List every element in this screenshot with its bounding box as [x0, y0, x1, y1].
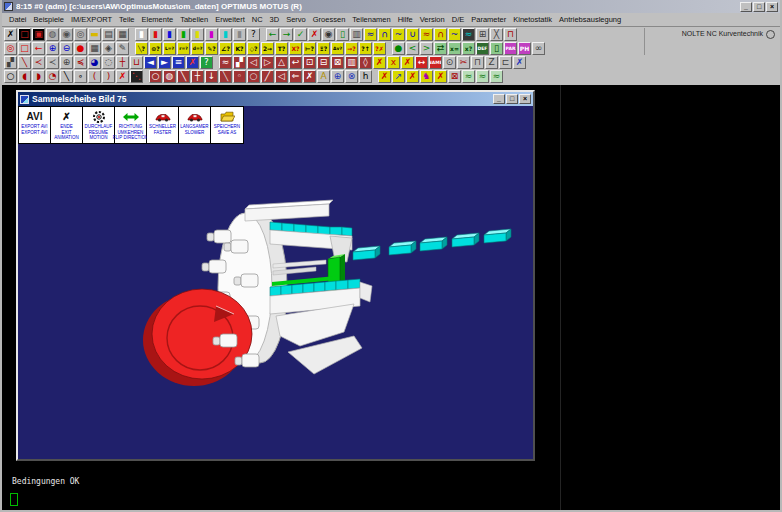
anim-xy-icon[interactable]: x= — [448, 42, 461, 55]
cam-cross-icon[interactable]: ╳ — [490, 28, 503, 41]
node-dot-icon[interactable]: ◕ — [88, 56, 101, 69]
pen-gray-icon[interactable]: ▮ — [233, 28, 246, 41]
query-arrow-icon[interactable]: →? — [345, 42, 358, 55]
rename-icon[interactable]: NAME — [429, 56, 442, 69]
app-titlebar[interactable]: 8:15 #0 (adm) [c:\users\AW\OptimusMotus\… — [2, 0, 780, 13]
mech-6-icon[interactable]: ↩ — [289, 56, 302, 69]
cam-solid-1-icon[interactable]: ◍ — [46, 28, 59, 41]
menu-servo[interactable]: Servo — [283, 15, 309, 24]
text-label-icon[interactable]: A — [317, 70, 330, 83]
zoom-window-icon[interactable]: □ — [18, 42, 31, 55]
nav-prev-icon[interactable]: ← — [266, 28, 279, 41]
pen-cyan-icon[interactable]: ▮ — [219, 28, 232, 41]
erase-icon[interactable]: ✗ — [116, 70, 129, 83]
menu-tabellen[interactable]: Tabellen — [177, 15, 211, 24]
node-bed-icon[interactable]: ⊔ — [130, 56, 143, 69]
cut-element-icon[interactable]: ✂ — [457, 56, 470, 69]
delete-cam-3-icon[interactable]: ✗ — [401, 56, 414, 69]
pen-query-icon[interactable]: ? — [247, 28, 260, 41]
notepad-icon[interactable]: ▤ — [102, 28, 115, 41]
zoom-in-icon[interactable]: ⊕ — [46, 42, 59, 55]
measure-chart-icon[interactable]: ▥ — [350, 28, 363, 41]
cancel-icon[interactable]: ✗ — [308, 28, 321, 41]
pen-magenta-icon[interactable]: ▮ — [205, 28, 218, 41]
menu-beispiele[interactable]: Beispiele — [31, 15, 67, 24]
sketch-mode-icon[interactable]: ✎ — [116, 42, 129, 55]
flock-icon[interactable]: ⊠ — [448, 70, 461, 83]
par-icon[interactable]: PAR — [504, 42, 517, 55]
pan-view-icon[interactable]: ← — [32, 42, 45, 55]
menu-datei[interactable]: Datei — [6, 15, 30, 24]
wave-filter-2-icon[interactable]: ≈ — [476, 70, 489, 83]
anim-next-icon[interactable]: > — [420, 42, 433, 55]
cam-solid-3-icon[interactable]: ◎ — [74, 28, 87, 41]
draw-arc-right-icon[interactable]: ◗ — [32, 70, 45, 83]
nav-next-icon[interactable]: → — [280, 28, 293, 41]
zoom-out-icon[interactable]: ⊖ — [60, 42, 73, 55]
exit-animation-button[interactable]: ✗ ENDE EXIT ANIMATION — [51, 107, 83, 143]
profile-11-icon[interactable]: ⇐ — [289, 70, 302, 83]
grid-toggle-icon[interactable]: ▦ — [88, 42, 101, 55]
pen-green-icon[interactable]: ▮ — [177, 28, 190, 41]
view-left-icon[interactable]: ◄ — [144, 56, 157, 69]
delete-segment-icon[interactable]: ✗ — [513, 56, 526, 69]
profile-2-icon[interactable]: ◍ — [163, 70, 176, 83]
mech-4-icon[interactable]: ▷ — [261, 56, 274, 69]
delete-plan-2-icon[interactable]: ✗ — [434, 70, 447, 83]
cam-solid-2-icon[interactable]: ◉ — [60, 28, 73, 41]
pen-white-icon[interactable]: ▮ — [135, 28, 148, 41]
traffic-light-icon[interactable]: ▯ — [336, 28, 349, 41]
menu-antriebsauslegung[interactable]: Antriebsauslegung — [556, 15, 624, 24]
node-add-icon[interactable]: ┼ — [116, 56, 129, 69]
points-view-icon[interactable]: ⋱ — [130, 70, 143, 83]
profile-7-icon[interactable]: ◦ — [233, 70, 246, 83]
faster-button[interactable]: SCHNELLER FASTER — [147, 107, 179, 143]
mech-3-icon[interactable]: ◁ — [247, 56, 260, 69]
draw-arc-left-icon[interactable]: ◖ — [18, 70, 31, 83]
menu-elemente[interactable]: Elemente — [139, 15, 177, 24]
query-contour-icon[interactable]: K? — [233, 42, 246, 55]
wait-element-icon[interactable]: Z — [485, 56, 498, 69]
menu-teile[interactable]: Teile — [116, 15, 137, 24]
animation-window-titlebar[interactable]: Sammelscheibe Bild 75 _ □ × — [18, 92, 533, 106]
query-table-icon[interactable]: Ξ? — [317, 42, 330, 55]
menu-d-e[interactable]: D/E — [449, 15, 468, 24]
mech-5-icon[interactable]: △ — [275, 56, 288, 69]
query-rhombus-icon[interactable]: ◇? — [247, 42, 260, 55]
menu-im-export[interactable]: IM/EXPORT — [68, 15, 115, 24]
mech-9-icon[interactable]: ⊠ — [331, 56, 344, 69]
anim-prev-icon[interactable]: < — [406, 42, 419, 55]
mech-2-icon[interactable]: ▞ — [233, 56, 246, 69]
node-chain-icon[interactable]: ≺ — [32, 56, 45, 69]
window-minimize-button[interactable]: _ — [493, 94, 505, 104]
draw-arc-quarter-icon[interactable]: ◔ — [46, 70, 59, 83]
query-circle-icon[interactable]: ⊙? — [149, 42, 162, 55]
help-item-icon[interactable]: ? — [200, 56, 213, 69]
pen-red-icon[interactable]: ▮ — [149, 28, 162, 41]
world-view-icon[interactable]: ⊕ — [331, 70, 344, 83]
wave-filter-1-icon[interactable]: ≈ — [462, 70, 475, 83]
delete-plan-icon[interactable]: ✗ — [406, 70, 419, 83]
query-dim-icon[interactable]: 2→ — [261, 42, 274, 55]
view-lines-icon[interactable]: ≡ — [172, 56, 185, 69]
def-icon[interactable]: DEF — [476, 42, 489, 55]
profile-5-icon[interactable]: ↓ — [205, 70, 218, 83]
cam-curve-7-icon[interactable]: ~ — [448, 28, 461, 41]
door-icon[interactable]: ▯ — [490, 42, 503, 55]
menu-teilenamen[interactable]: Teilenamen — [349, 15, 393, 24]
lock-element-icon[interactable]: ⊓ — [471, 56, 484, 69]
menu-version[interactable]: Version — [417, 15, 448, 24]
menu-parameter[interactable]: Parameter — [468, 15, 509, 24]
anim-cycle-icon[interactable]: ⇄ — [434, 42, 447, 55]
query-pen-icon[interactable]: ✎? — [205, 42, 218, 55]
menu-hilfe[interactable]: Hilfe — [395, 15, 416, 24]
pen-blue-icon[interactable]: ▮ — [163, 28, 176, 41]
world-off-icon[interactable]: ⊗ — [345, 70, 358, 83]
mech-1-icon[interactable]: ≈ — [219, 56, 232, 69]
anim-query-icon[interactable]: x? — [462, 42, 475, 55]
window-maximize-button[interactable]: □ — [506, 94, 518, 104]
mark-point-icon[interactable]: ● — [74, 42, 87, 55]
query-x-icon[interactable]: X? — [289, 42, 302, 55]
query-up-icon[interactable]: ?↑ — [359, 42, 372, 55]
ph-icon[interactable]: PH — [518, 42, 531, 55]
